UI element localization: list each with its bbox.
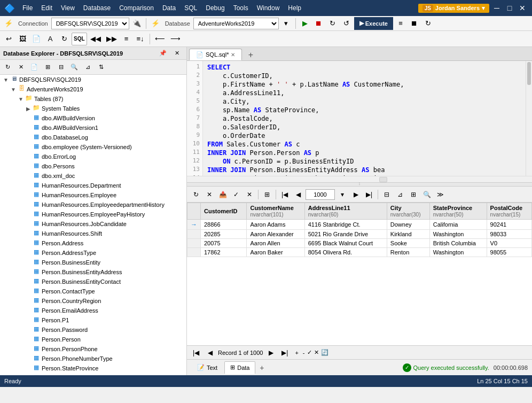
toolbar-btn-k[interactable]: ⟶	[168, 33, 183, 45]
menu-view[interactable]: View	[57, 3, 79, 13]
results-reject-btn[interactable]: ✕	[244, 189, 255, 200]
tree-table-row[interactable]: ▶ ▦ dbo.AWBuildVersion	[0, 113, 186, 123]
bottom-tab-data[interactable]: ⊞ Data	[224, 361, 255, 374]
toolbar-btn-e[interactable]: ↻	[58, 33, 71, 45]
tree-table-row[interactable]: ▶ ▦ Person.ContactType	[0, 286, 186, 296]
table-expand-icon[interactable]: ▶	[25, 241, 32, 246]
tree-table-row[interactable]: ▶ ▦ HumanResources.EmployeedepartmentHis…	[0, 200, 186, 210]
tree-table-row[interactable]: ▶ ▦ dbo.DatabaseLog	[0, 133, 186, 142]
toolbar-btn-j[interactable]: ⟵	[153, 33, 167, 45]
table-row[interactable]: 20285 Aaron Alexander 5021 Rio Grande Dr…	[187, 230, 532, 239]
results-grid[interactable]: CustomerID CustomerName nvarchar(101)Add…	[187, 203, 532, 345]
results-next-btn[interactable]: ▶	[350, 189, 362, 200]
cell-city[interactable]: Kirkland	[387, 230, 429, 239]
toolbar-commit[interactable]: ↻	[326, 17, 339, 30]
menu-edit[interactable]: Edit	[37, 3, 57, 13]
table-expand-icon[interactable]: ▶	[25, 173, 32, 179]
results-confirm-btn[interactable]: ✓	[230, 189, 242, 200]
tree-table-row[interactable]: ▶ ▦ dbo.ErrorLog	[0, 152, 186, 161]
system-tables-expand-icon[interactable]: ▶	[25, 106, 32, 112]
tree-table-row[interactable]: ▶ ▦ Person.PersonPhone	[0, 344, 186, 354]
bottom-tab-text[interactable]: 📝 Text	[191, 361, 223, 374]
table-expand-icon[interactable]: ▶	[25, 308, 32, 314]
cell-state[interactable]: Washington	[429, 248, 487, 257]
menu-help[interactable]: Help	[284, 3, 306, 13]
tree-table-row[interactable]: ▶ ▦ dbo.xml_doc	[0, 171, 186, 181]
cell-city[interactable]: Downey	[387, 220, 429, 230]
explorer-disconnect-btn[interactable]: ✕	[14, 61, 27, 74]
cell-city[interactable]: Sooke	[387, 239, 429, 248]
toolbar-rollback[interactable]: ↺	[340, 17, 353, 30]
toolbar-new-connection[interactable]: ⚡	[2, 17, 15, 30]
table-expand-icon[interactable]: ▶	[25, 250, 32, 256]
table-expand-icon[interactable]: ▶	[25, 327, 32, 333]
table-row[interactable]: 17862 Aaron Baker 8054 Olivera Rd. Rento…	[187, 248, 532, 257]
table-expand-icon[interactable]: ▶	[25, 212, 32, 218]
tree-tables[interactable]: ▼ 📁 Tables (87)	[0, 94, 186, 104]
tree-table-row[interactable]: ▶ ▦ Person.BusinessEntity	[0, 258, 186, 267]
tables-expand-icon[interactable]: ▼	[17, 96, 25, 102]
tree-table-row[interactable]: ▶ ▦ Person.BusinessEntityAddress	[0, 267, 186, 277]
toolbar-btn-i[interactable]: ≡↓	[134, 33, 147, 45]
minimize-button[interactable]: ─	[491, 3, 502, 13]
tree-table-row[interactable]: ▶ ▦ Person.BusinessEntityContact	[0, 277, 186, 286]
menu-window[interactable]: Window	[253, 3, 284, 13]
table-expand-icon[interactable]: ▶	[25, 115, 32, 121]
table-expand-icon[interactable]: ▶	[25, 346, 32, 352]
grid-column-header[interactable]: StateProvince nvarchar(50)	[429, 203, 487, 220]
cell-state[interactable]: British Columbia	[429, 239, 487, 248]
explorer-refresh-btn[interactable]: ↻	[1, 61, 14, 74]
table-expand-icon[interactable]: ▶	[25, 269, 32, 275]
tree-table-row[interactable]: ▶ ▦ Person.EmailAddress	[0, 306, 186, 315]
new-tab-button[interactable]: +	[245, 50, 256, 60]
nav-next-btn[interactable]: ▶	[265, 348, 277, 358]
results-columns-btn[interactable]: ⊟	[381, 189, 393, 200]
cell-customerid[interactable]: 20075	[201, 239, 247, 248]
explorer-sort-btn[interactable]: ⇅	[95, 61, 107, 74]
menu-file[interactable]: File	[18, 3, 37, 13]
add-tab-button[interactable]: +	[256, 362, 267, 373]
server-expand-icon[interactable]: ▼	[2, 77, 10, 83]
table-expand-icon[interactable]: ▶	[25, 164, 32, 169]
toolbar-execute-icon[interactable]: ▶	[299, 17, 311, 30]
grid-column-header[interactable]: City nvarchar(30)	[387, 203, 429, 220]
tree-table-row[interactable]: ▶ ▦ HumanResources.Shift	[0, 229, 186, 238]
user-dropdown-icon[interactable]: ▾	[482, 5, 485, 12]
tree-table-row[interactable]: ▶ ▦ Production.BillOfMaterials	[0, 373, 186, 375]
tree-table-row[interactable]: ▶ ▦ Person.StateProvince	[0, 363, 186, 373]
tree-server[interactable]: ▼ 🖥 DBFSQLSRV\SQL2019	[0, 75, 186, 84]
table-expand-icon[interactable]: ▶	[25, 366, 32, 371]
explorer-pin-btn[interactable]: 📌	[157, 49, 169, 58]
grid-column-header[interactable]: PostalCode nvarchar(15)	[487, 203, 531, 220]
cell-address[interactable]: 5021 Rio Grande Drive	[304, 230, 387, 239]
toolbar-connect[interactable]: 🔌	[130, 17, 143, 30]
toolbar-refresh[interactable]: ↻	[422, 17, 435, 30]
toolbar-stop-btn[interactable]: ⏹	[408, 17, 421, 30]
results-prev-btn[interactable]: ◀	[292, 189, 304, 200]
tree-table-row[interactable]: ▶ ▦ Person.CountryRegion	[0, 296, 186, 306]
tree-table-row[interactable]: ▶ ▦ dbo.employee (System-Versioned)	[0, 142, 186, 152]
table-expand-icon[interactable]: ▶	[25, 337, 32, 343]
tree-table-row[interactable]: ▶ ▦ Person.Address	[0, 238, 186, 248]
toolbar-btn-g[interactable]: ▶▶	[104, 33, 119, 45]
menu-data[interactable]: Data	[158, 3, 180, 13]
toolbar-btn-c[interactable]: 📄	[30, 33, 43, 45]
page-dropdown-btn[interactable]: ▾	[337, 189, 348, 200]
menu-debug[interactable]: Debug	[201, 3, 229, 13]
results-more-btn[interactable]: ≫	[434, 189, 446, 200]
table-expand-icon[interactable]: ▶	[25, 183, 32, 189]
grid-column-header[interactable]: CustomerID	[201, 203, 247, 220]
toolbar-btn-h[interactable]: ≡	[120, 33, 133, 45]
cell-state[interactable]: California	[429, 220, 487, 230]
cell-customername[interactable]: Aaron Allen	[247, 239, 304, 248]
explorer-filter-btn[interactable]: ⊿	[81, 61, 94, 74]
toolbar-db-btn[interactable]: ▾	[280, 17, 293, 30]
cell-customername[interactable]: Aaron Alexander	[247, 230, 304, 239]
tree-table-row[interactable]: ▶ ▦ Person.Password	[0, 325, 186, 335]
tree-table-row[interactable]: ▶ ▦ dbo.AWBuildVersion1	[0, 123, 186, 133]
cell-city[interactable]: Renton	[387, 248, 429, 257]
database-selector[interactable]: AdventureWorks2019	[193, 18, 279, 29]
table-expand-icon[interactable]: ▶	[25, 154, 32, 160]
db-expand-icon[interactable]: ▼	[10, 87, 17, 92]
results-grid-view-btn[interactable]: ⊞	[261, 189, 273, 200]
